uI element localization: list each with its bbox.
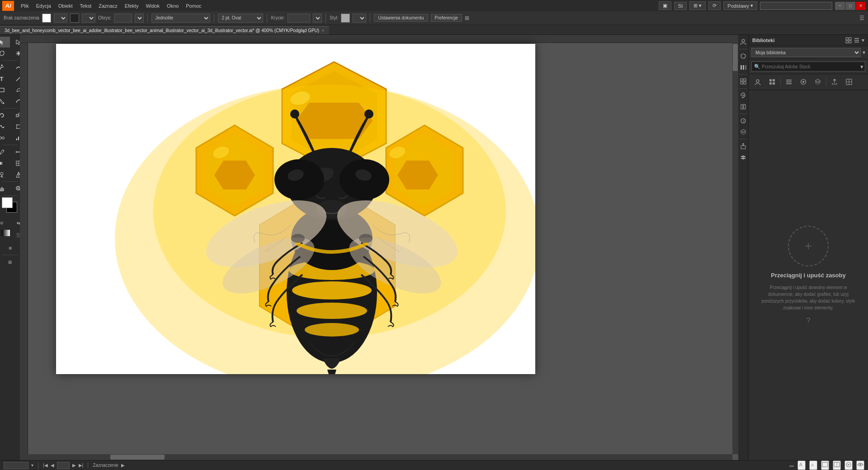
next-artboard-btn[interactable]: ▶: [72, 463, 76, 468]
warp-tool[interactable]: [0, 121, 10, 132]
character-styles-icon[interactable]: A: [809, 461, 817, 470]
menu-edycja[interactable]: Edycja: [33, 2, 54, 9]
lib-profile-tool[interactable]: [751, 76, 764, 88]
vertical-scrollbar[interactable]: [732, 35, 738, 454]
doc-settings-button[interactable]: Ustawienia dokumentu: [374, 14, 428, 22]
blend-tool[interactable]: [0, 133, 10, 143]
more-panels-btn[interactable]: [739, 152, 748, 163]
zoom-input[interactable]: 400%: [4, 462, 28, 469]
workspace-selector[interactable]: Podstawy ▾: [723, 1, 757, 10]
stroke-swatch[interactable]: [70, 14, 79, 23]
symbol-sprayer-tool[interactable]: [0, 169, 10, 180]
pattern-mode-btn[interactable]: ⬛: [10, 230, 20, 241]
prev-artboard-btn[interactable]: ◀: [51, 463, 54, 468]
horizontal-scrollbar[interactable]: [20, 454, 732, 460]
drop-zone[interactable]: + Przeciągnij i upuść zasoby Przeciągnij…: [749, 90, 868, 460]
libraries-grid-view[interactable]: [845, 37, 852, 43]
free-transform-tool[interactable]: [10, 121, 20, 132]
menu-zaznacz[interactable]: Zaznacz: [95, 2, 121, 9]
status-dropdown-btn[interactable]: ▶: [121, 463, 125, 468]
lasso-tool[interactable]: [0, 48, 10, 59]
stroke-width-input[interactable]: 1 pt: [114, 14, 132, 23]
toolbar-icon-4[interactable]: ⟳: [708, 1, 721, 10]
expand-panel-btn[interactable]: [739, 101, 748, 112]
libraries-menu[interactable]: ▾: [862, 37, 864, 43]
preferences-button[interactable]: Preferencje: [431, 14, 462, 22]
menu-pomoc[interactable]: Pomoc: [183, 2, 204, 9]
style-swatch[interactable]: [341, 14, 350, 23]
fill-select[interactable]: [54, 14, 67, 23]
lib-add-tool[interactable]: [766, 76, 778, 88]
hand-tool[interactable]: [0, 183, 10, 194]
horizontal-scroll-thumb[interactable]: [110, 455, 165, 460]
grid-view-btn[interactable]: [739, 76, 748, 87]
scale-tool[interactable]: [10, 110, 20, 121]
zoom-dropdown-btn[interactable]: ▾: [31, 463, 33, 468]
stroke-width-select[interactable]: 2 pt. Oval: [218, 14, 263, 23]
line-tool[interactable]: [10, 73, 20, 84]
stroke-arrows[interactable]: [135, 14, 144, 23]
preview-mode-icon[interactable]: [844, 461, 853, 470]
help-icon[interactable]: ?: [807, 317, 811, 325]
maximize-button[interactable]: □: [845, 2, 855, 10]
appearance-btn[interactable]: [739, 51, 748, 62]
close-button[interactable]: ✕: [856, 2, 866, 10]
library-dropdown-arrow[interactable]: ▾: [863, 49, 865, 56]
draw-behind-btn[interactable]: ◼: [2, 242, 18, 253]
library-dropdown[interactable]: Moja biblioteka: [751, 48, 861, 57]
menu-efekty[interactable]: Efekty: [122, 2, 142, 9]
artboard-number-input[interactable]: 1: [57, 462, 70, 469]
stroke-style-select[interactable]: Jednolite: [151, 14, 210, 23]
magic-wand-tool[interactable]: [10, 48, 20, 59]
color-mode-btn[interactable]: [0, 230, 1, 236]
export-btn[interactable]: [739, 141, 748, 152]
column-graph-tool[interactable]: [10, 133, 20, 143]
pencil-tool[interactable]: [10, 85, 20, 95]
rect-view-1[interactable]: [821, 461, 829, 470]
measure-tool[interactable]: [10, 147, 20, 157]
selection-tool[interactable]: [0, 37, 10, 47]
gradient-mode-btn[interactable]: [2, 230, 10, 236]
link-btn[interactable]: [739, 90, 748, 101]
curvature-tool[interactable]: [10, 62, 20, 73]
opacity-arrows[interactable]: [313, 14, 322, 23]
pen-tool[interactable]: [0, 62, 10, 73]
minimize-button[interactable]: −: [835, 2, 845, 10]
style-select[interactable]: [353, 14, 366, 23]
tab-close-button[interactable]: ×: [321, 28, 324, 33]
vertical-scroll-thumb[interactable]: [733, 44, 738, 71]
opacity-input[interactable]: 100%: [288, 14, 310, 23]
menu-obiekt[interactable]: Obiekt: [55, 2, 76, 9]
top-search-input[interactable]: [760, 2, 832, 10]
canvas-area[interactable]: /* ruler ticks rendered via JS */: [20, 35, 738, 460]
rect-view-2[interactable]: [833, 461, 841, 470]
lib-export-tool[interactable]: [828, 76, 841, 88]
type-tool[interactable]: T: [0, 73, 10, 84]
zoom-tool[interactable]: [10, 183, 20, 194]
lib-list-tool[interactable]: [783, 76, 795, 88]
panel-options-icon[interactable]: ☰: [859, 15, 864, 21]
gradient-tool[interactable]: [0, 158, 10, 169]
document-tab[interactable]: 3d_bee_and_honeycomb_vector_bee_ai_adobe…: [0, 26, 329, 34]
smooth-tool[interactable]: [10, 96, 20, 107]
lib-color-tool[interactable]: [797, 76, 810, 88]
stock-search-dropdown[interactable]: ▾: [860, 63, 863, 70]
layers-btn[interactable]: [739, 127, 748, 138]
lib-grid-tool[interactable]: [843, 76, 855, 88]
toolbar-icon-2[interactable]: St: [674, 2, 687, 10]
toolbar-icon-3[interactable]: ⊞ ▾: [689, 1, 706, 10]
stock-search-input[interactable]: [751, 62, 865, 71]
direct-selection-tool[interactable]: [10, 37, 20, 47]
toolbar-icon-1[interactable]: ▣: [659, 1, 671, 10]
color-wheel-btn[interactable]: [739, 115, 748, 126]
menu-plik[interactable]: Plik: [18, 2, 32, 9]
profile-btn[interactable]: [739, 37, 748, 47]
menu-tekst[interactable]: Tekst: [77, 2, 95, 9]
none-color-btn[interactable]: ⊘: [0, 218, 10, 228]
libraries-list-view[interactable]: [854, 37, 860, 43]
eyedropper-tool[interactable]: [0, 147, 10, 157]
rectangle-tool[interactable]: [0, 85, 10, 95]
mesh-tool[interactable]: [10, 158, 20, 169]
characters-icon[interactable]: A: [797, 461, 806, 470]
stroke-select[interactable]: [82, 14, 95, 23]
